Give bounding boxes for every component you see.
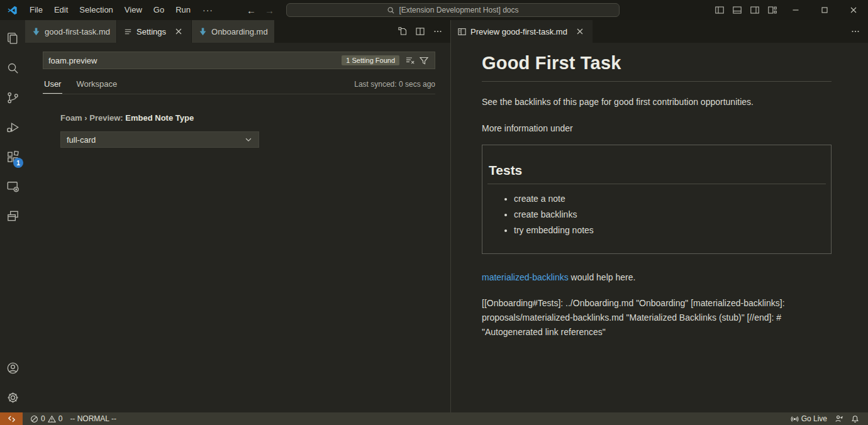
run-and-debug-icon[interactable] <box>0 113 25 142</box>
scope-tab-workspace[interactable]: Workspace <box>75 79 118 94</box>
vim-mode-label: -- NORMAL -- <box>70 414 116 423</box>
tab-onboarding[interactable]: Onboarding.md <box>192 20 275 43</box>
tab-bar-right: Preview good-first-task.md <box>451 20 868 43</box>
titlebar-controls <box>711 0 868 20</box>
source-control-icon[interactable] <box>0 83 25 113</box>
editor-group-left: good-first-task.md Settings Onboarding. <box>25 20 450 412</box>
menu-file[interactable]: File <box>24 0 48 20</box>
scope-tab-user[interactable]: User <box>43 79 62 94</box>
embed-note-type-select[interactable]: full-card <box>60 131 259 148</box>
explorer-icon[interactable] <box>0 24 25 53</box>
filter-settings-icon[interactable] <box>417 53 431 67</box>
preview-paragraph-2: More information under <box>482 123 832 135</box>
setting-category-label: Foam › Preview: <box>60 113 125 123</box>
embed-card-list: create a note create backlinks try embed… <box>487 194 826 235</box>
menu-selection[interactable]: Selection <box>74 0 118 20</box>
markdown-preview: Good First Task See the backlinks of thi… <box>451 43 868 412</box>
select-value: full-card <box>67 135 244 145</box>
live-share-icon <box>835 414 843 423</box>
command-center-text: [Extension Development Host] docs <box>399 6 518 14</box>
workbench: 1 <box>0 20 868 412</box>
materialized-backlinks-link[interactable]: materialized-backlinks <box>482 272 569 282</box>
toggle-primary-sidebar-icon[interactable] <box>711 0 728 20</box>
editor-group-right: Preview good-first-task.md Good First Ta… <box>450 20 868 412</box>
list-item: try embedding notes <box>514 225 826 235</box>
menu-run[interactable]: Run <box>170 0 196 20</box>
history-navigation: ← → <box>247 0 274 20</box>
setting-title: Foam › Preview: Embed Note Type <box>60 113 435 123</box>
menu-more-ellipsis-icon[interactable]: ··· <box>196 5 220 15</box>
problems-indicator[interactable]: 0 0 <box>26 412 66 425</box>
markdown-file-icon <box>198 27 208 36</box>
embed-card-title: Tests <box>487 163 826 184</box>
tab-label: Settings <box>136 27 166 36</box>
windows-panels-icon[interactable] <box>0 201 25 231</box>
tab-bar-actions-left <box>395 20 450 43</box>
link-line-text: would help here. <box>569 272 636 282</box>
minimize-button[interactable] <box>781 0 810 20</box>
status-bar-right: Go Live <box>787 412 868 425</box>
warning-count: 0 <box>58 414 63 423</box>
go-forward-icon[interactable]: → <box>265 5 274 16</box>
link-references-block: [[Onboarding#Tests]: ../Onboarding.md "O… <box>482 296 832 339</box>
status-bar-left: 0 0 -- NORMAL -- <box>26 412 120 425</box>
list-item: create backlinks <box>514 209 826 219</box>
vscode-window: File Edit Selection View Go Run ··· ← → … <box>0 0 868 425</box>
preview-heading: Good First Task <box>482 53 832 82</box>
split-editor-icon[interactable] <box>413 24 428 39</box>
open-preview-icon <box>457 27 467 36</box>
vim-mode-indicator[interactable]: -- NORMAL -- <box>66 412 120 425</box>
maximize-button[interactable] <box>810 0 839 20</box>
settings-search-box: 1 Setting Found <box>43 52 435 69</box>
more-actions-ellipsis-icon[interactable] <box>430 24 445 39</box>
go-live-label: Go Live <box>801 414 827 423</box>
remote-explorer-icon[interactable] <box>0 172 25 201</box>
go-live-button[interactable]: Go Live <box>787 412 831 425</box>
status-bar: 0 0 -- NORMAL -- Go Live <box>0 412 868 425</box>
close-window-button[interactable] <box>839 0 868 20</box>
more-actions-ellipsis-icon[interactable] <box>848 24 863 39</box>
menu-go[interactable]: Go <box>148 0 170 20</box>
list-item: create a note <box>514 194 826 204</box>
accounts-icon[interactable] <box>0 353 25 383</box>
notifications-bell-button[interactable] <box>847 412 863 425</box>
error-count: 0 <box>41 414 45 423</box>
warnings-icon <box>48 415 56 423</box>
bell-icon <box>851 415 859 423</box>
settings-search-input[interactable] <box>48 56 342 65</box>
link-line: materialized-backlinks would help here. <box>482 272 832 284</box>
settings-scope-tabs: User Workspace Last synced: 0 secs ago <box>43 74 435 94</box>
preview-paragraph-1: See the backlinks of this page for good … <box>482 96 832 108</box>
setting-name-label: Embed Note Type <box>125 113 194 123</box>
command-center-search[interactable]: [Extension Development Host] docs <box>286 3 620 17</box>
settings-editor: 1 Setting Found User Workspace Last sync… <box>25 43 450 412</box>
remote-icon <box>8 415 16 423</box>
activity-bar-bottom <box>0 353 25 412</box>
tab-label: Onboarding.md <box>211 27 268 36</box>
menu-edit[interactable]: Edit <box>48 0 74 20</box>
broadcast-icon <box>791 415 799 423</box>
toggle-panel-icon[interactable] <box>728 0 746 20</box>
title-bar: File Edit Selection View Go Run ··· ← → … <box>0 0 868 20</box>
tab-preview-good-first-task[interactable]: Preview good-first-task.md <box>451 20 593 43</box>
go-back-icon[interactable]: ← <box>247 5 256 16</box>
live-share-button[interactable] <box>831 412 847 425</box>
extensions-badge: 1 <box>13 158 23 168</box>
close-tab-icon[interactable] <box>574 25 586 38</box>
search-view-icon[interactable] <box>0 53 25 83</box>
customize-layout-icon[interactable] <box>764 0 781 20</box>
markdown-file-icon <box>31 27 41 36</box>
tab-settings[interactable]: Settings <box>117 20 192 43</box>
errors-icon <box>30 415 38 423</box>
clear-settings-search-icon[interactable] <box>403 53 417 67</box>
close-tab-icon[interactable] <box>172 25 185 38</box>
menu-view[interactable]: View <box>119 0 148 20</box>
manage-gear-icon[interactable] <box>0 383 25 412</box>
toggle-secondary-sidebar-icon[interactable] <box>746 0 764 20</box>
tab-good-first-task[interactable]: good-first-task.md <box>25 20 117 43</box>
remote-indicator[interactable] <box>0 412 23 425</box>
extensions-icon[interactable]: 1 <box>0 142 25 172</box>
tab-bar-left: good-first-task.md Settings Onboarding. <box>25 20 450 43</box>
open-settings-json-icon[interactable] <box>395 24 410 39</box>
settings-result-count-badge: 1 Setting Found <box>342 55 399 65</box>
